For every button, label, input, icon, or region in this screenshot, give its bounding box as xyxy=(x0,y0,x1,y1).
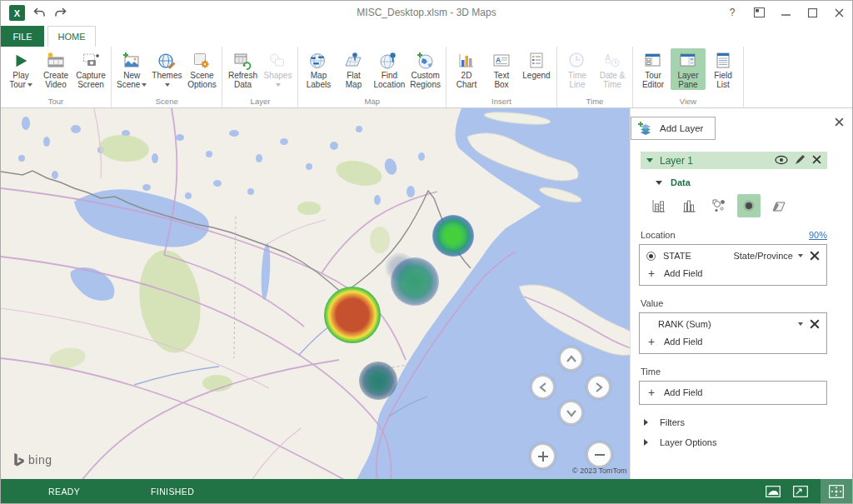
expand-caret-icon xyxy=(644,439,648,446)
field-list-button[interactable]: Field List xyxy=(706,48,741,90)
tab-home[interactable]: HOME xyxy=(47,26,96,47)
tab-file[interactable]: FILE xyxy=(1,26,44,47)
pan-right-button[interactable] xyxy=(586,375,611,399)
collapse-caret-icon[interactable] xyxy=(646,158,653,162)
new-scene-icon xyxy=(122,50,142,71)
geocoding-percent-link[interactable]: 90% xyxy=(809,230,827,240)
ribbon-group-time: Time Line A Date & Time Time xyxy=(557,47,633,107)
filters-section[interactable]: Filters xyxy=(644,417,852,427)
plus-icon xyxy=(537,451,549,462)
remove-field-icon[interactable] xyxy=(810,251,820,261)
scene-options-button[interactable]: Scene Options xyxy=(184,48,219,90)
new-scene-button[interactable]: New Scene xyxy=(114,48,149,90)
plus-icon: + xyxy=(646,337,656,346)
close-button[interactable] xyxy=(832,6,846,19)
fit-to-view-icon xyxy=(829,485,844,498)
remove-field-icon[interactable] xyxy=(810,319,820,329)
ribbon-group-layer: Refresh Data Shapes Layer xyxy=(222,47,298,107)
ribbon-group-view: Tour Editor Layer Pane Field List View xyxy=(633,47,744,107)
text-box-button[interactable]: A Text Box xyxy=(484,48,519,90)
group-label-view: View xyxy=(636,97,741,107)
location-field-box: STATE State/Province + Add Field xyxy=(639,244,827,286)
map-canvas[interactable]: bing © 2023 TomTom Add Layer Layer 1 xyxy=(1,108,852,479)
tour-editor-button[interactable]: Tour Editor xyxy=(636,48,671,90)
map-style-icon[interactable] xyxy=(766,486,781,497)
group-label-scene: Scene xyxy=(114,97,219,107)
add-layer-icon xyxy=(637,121,654,136)
refresh-icon xyxy=(232,50,252,71)
layer-title: Layer 1 xyxy=(660,155,768,167)
2d-chart-button[interactable]: 2D Chart xyxy=(449,48,484,90)
themes-icon xyxy=(157,50,177,71)
delete-layer-icon[interactable] xyxy=(812,155,821,166)
find-location-icon xyxy=(379,50,399,71)
heat-map-icon xyxy=(741,197,757,214)
chevron-left-icon xyxy=(539,382,547,393)
value-add-field[interactable]: + Add Field xyxy=(646,337,820,347)
collapse-caret-icon[interactable] xyxy=(656,181,662,185)
pan-down-button[interactable] xyxy=(559,401,583,425)
add-layer-button[interactable]: Add Layer xyxy=(631,117,716,140)
location-section-header: Location 90% xyxy=(641,230,827,240)
capture-screen-button[interactable]: Capture Screen xyxy=(73,48,108,90)
fit-to-view-button[interactable] xyxy=(821,479,852,503)
geo-type-select[interactable]: State/Province xyxy=(733,251,793,261)
status-bar: READY FINISHED xyxy=(1,479,852,503)
viz-clustered-column-button[interactable] xyxy=(677,194,701,217)
dropdown-caret-icon[interactable] xyxy=(798,322,803,326)
minimize-button[interactable] xyxy=(779,6,792,19)
clustered-column-icon xyxy=(681,197,697,214)
video-icon xyxy=(46,50,66,71)
layer-pane-button[interactable]: Layer Pane xyxy=(671,48,706,90)
location-radio[interactable] xyxy=(646,252,656,261)
status-ready: READY xyxy=(48,487,80,497)
maximize-button[interactable] xyxy=(806,6,819,19)
time-field-box: + Add Field xyxy=(639,381,827,405)
viz-heat-map-button[interactable] xyxy=(737,194,761,217)
themes-button[interactable]: Themes xyxy=(149,48,184,90)
scene-options-icon xyxy=(192,50,212,71)
rename-pencil-icon[interactable] xyxy=(795,154,806,167)
layer-pane: Add Layer Layer 1 Data xyxy=(630,108,852,479)
pane-close-icon[interactable] xyxy=(833,116,845,127)
ribbon-group-insert: 2D Chart A Text Box Legend Insert xyxy=(446,47,557,107)
custom-regions-icon xyxy=(416,50,436,71)
svg-text:A: A xyxy=(496,55,501,63)
visibility-eye-icon[interactable] xyxy=(775,155,788,167)
refresh-data-button[interactable]: Refresh Data xyxy=(225,48,260,90)
go-to-excel-icon[interactable] xyxy=(752,6,766,19)
ribbon-tab-row: FILE HOME xyxy=(1,26,852,47)
location-add-field[interactable]: + Add Field xyxy=(646,268,820,278)
layer-options-section[interactable]: Layer Options xyxy=(644,437,852,447)
svg-text:A: A xyxy=(605,53,611,62)
pan-left-button[interactable] xyxy=(531,375,555,399)
bar-chart-icon xyxy=(456,50,476,71)
help-button[interactable]: ? xyxy=(726,6,739,19)
pan-up-button[interactable] xyxy=(559,347,583,371)
bing-b-icon xyxy=(14,453,24,467)
dropdown-caret-icon xyxy=(165,83,170,87)
value-field-name[interactable]: RANK (Sum) xyxy=(658,319,711,329)
time-add-field[interactable]: + Add Field xyxy=(646,387,820,397)
date-time-icon: A xyxy=(602,50,622,71)
zoom-out-button[interactable] xyxy=(586,442,612,467)
create-video-button[interactable]: Create Video xyxy=(38,48,73,90)
plus-icon: + xyxy=(646,388,656,397)
viz-bubble-button[interactable] xyxy=(707,194,731,217)
bubble-icon xyxy=(711,197,727,214)
dropdown-caret-icon[interactable] xyxy=(798,254,803,257)
camera-icon xyxy=(81,50,101,71)
layer-header[interactable]: Layer 1 xyxy=(641,152,827,169)
data-section-header[interactable]: Data xyxy=(656,177,852,187)
legend-button[interactable]: Legend xyxy=(519,48,554,81)
resize-view-icon[interactable] xyxy=(793,486,808,497)
map-labels-button[interactable]: Map Labels xyxy=(301,48,336,90)
flat-map-button[interactable]: Flat Map xyxy=(336,48,371,90)
chevron-up-icon xyxy=(566,355,577,363)
viz-region-button[interactable] xyxy=(767,194,791,217)
zoom-in-button[interactable] xyxy=(530,443,556,469)
play-tour-button[interactable]: Play Tour xyxy=(3,48,38,90)
viz-stacked-column-button[interactable] xyxy=(647,194,671,217)
custom-regions-button[interactable]: Custom Regions xyxy=(407,48,443,90)
find-location-button[interactable]: Find Location xyxy=(371,48,407,90)
